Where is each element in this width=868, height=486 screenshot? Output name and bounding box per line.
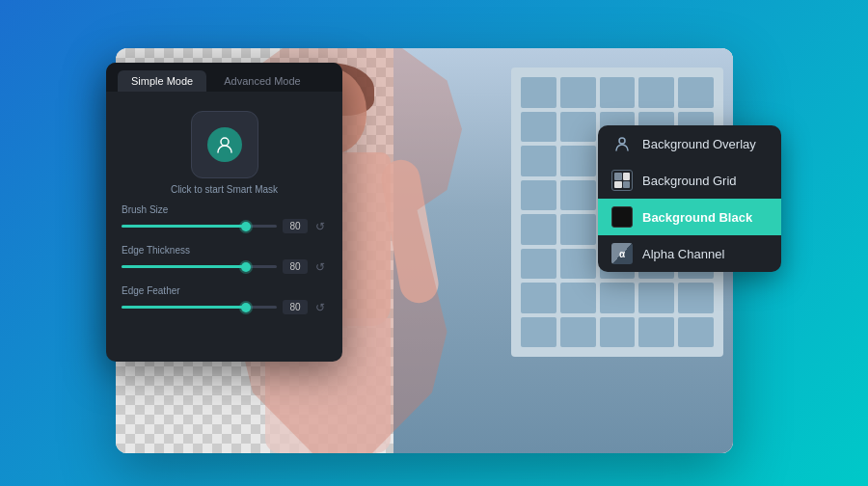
brush-size-group: Brush Size 80 ↺: [122, 204, 327, 233]
window: [521, 214, 556, 245]
window: [560, 146, 596, 176]
overlay-label: Background Overlay: [642, 137, 756, 151]
menu-item-overlay[interactable]: Background Overlay: [598, 125, 781, 162]
brush-size-reset[interactable]: ↺: [313, 220, 327, 233]
edge-feather-row: 80 ↺: [122, 300, 327, 314]
edge-thickness-group: Edge Thickness 80 ↺: [122, 245, 327, 274]
brush-size-track[interactable]: [122, 225, 277, 228]
main-container: Simple Mode Advanced Mode Click to start…: [0, 0, 868, 486]
window: [678, 77, 714, 108]
window: [600, 317, 636, 348]
svg-point-1: [619, 138, 625, 144]
window: [600, 283, 636, 313]
edge-feather-track[interactable]: [122, 306, 277, 309]
window: [638, 317, 674, 348]
smart-mask-panel: Simple Mode Advanced Mode Click to start…: [106, 63, 342, 362]
smart-mask-icon: [207, 127, 242, 162]
edge-feather-reset[interactable]: ↺: [313, 301, 327, 314]
menu-item-black[interactable]: Background Black: [598, 199, 781, 235]
window: [560, 77, 596, 108]
edge-feather-value: 80: [283, 300, 308, 314]
window: [521, 180, 556, 211]
svg-point-0: [221, 138, 229, 146]
window: [560, 283, 596, 313]
black-label: Background Black: [642, 210, 752, 225]
brush-size-value: 80: [283, 219, 308, 233]
grid-label: Background Grid: [642, 174, 737, 188]
menu-item-grid[interactable]: Background Grid: [598, 162, 781, 199]
grid-icon: [611, 170, 633, 191]
advanced-mode-tab[interactable]: Advanced Mode: [210, 70, 314, 92]
alpha-label: Alpha Channel: [642, 247, 724, 261]
window: [560, 180, 596, 211]
window: [560, 317, 596, 348]
edge-thickness-track[interactable]: [122, 265, 277, 268]
alpha-icon: α: [611, 243, 633, 264]
brush-size-row: 80 ↺: [122, 219, 327, 233]
overlay-icon: [611, 133, 633, 154]
window: [638, 283, 674, 313]
window: [638, 77, 674, 108]
window: [560, 112, 596, 143]
window: [521, 283, 556, 313]
edge-feather-label: Edge Feather: [122, 285, 327, 296]
window: [560, 214, 596, 245]
smart-mask-button[interactable]: [191, 111, 258, 178]
panel-body: Click to start Smart Mask Brush Size 80 …: [106, 92, 342, 338]
window: [521, 249, 556, 280]
window: [521, 317, 556, 348]
edge-thickness-label: Edge Thickness: [122, 245, 327, 256]
smart-mask-label: Click to start Smart Mask: [122, 184, 327, 195]
edge-thickness-row: 80 ↺: [122, 259, 327, 274]
menu-item-alpha[interactable]: α Alpha Channel: [598, 235, 781, 272]
edge-thickness-value: 80: [283, 259, 308, 274]
brush-size-label: Brush Size: [122, 204, 327, 215]
panel-tabs: Simple Mode Advanced Mode: [106, 63, 342, 92]
window: [521, 146, 556, 176]
window: [678, 317, 714, 348]
background-dropdown-menu: Background Overlay Background Grid Backg…: [598, 125, 781, 272]
window: [560, 249, 596, 280]
simple-mode-tab[interactable]: Simple Mode: [118, 70, 206, 92]
window: [521, 77, 556, 108]
window: [521, 112, 556, 143]
edge-thickness-reset[interactable]: ↺: [313, 260, 327, 274]
edge-feather-group: Edge Feather 80 ↺: [122, 285, 327, 314]
black-icon: [611, 206, 633, 228]
window: [600, 77, 636, 108]
window: [678, 283, 714, 313]
